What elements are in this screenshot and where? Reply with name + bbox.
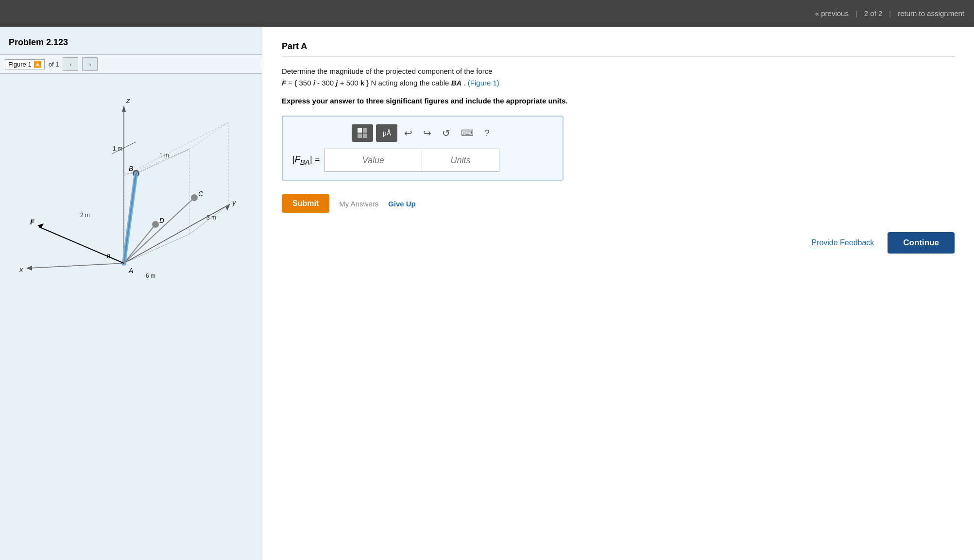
figure-next-btn[interactable]: › <box>82 57 98 71</box>
my-answers-label: My Answers <box>339 200 378 208</box>
return-to-assignment-link[interactable]: return to assignment <box>898 9 964 17</box>
fba-label: |FBA| = <box>292 154 320 166</box>
force-k: k <box>360 79 364 87</box>
svg-text:3 m: 3 m <box>206 214 216 221</box>
force-equation-line: F = { 350 i - 300 j + 500 k } N acting a… <box>282 77 955 89</box>
input-row: |FBA| = <box>292 149 553 172</box>
keyboard-btn[interactable]: ⌨ <box>457 126 478 140</box>
math-input-area: μÅ ↩ ↪ ↺ ⌨ ? |FBA| = <box>282 116 564 181</box>
help-btn[interactable]: ? <box>480 126 493 140</box>
svg-rect-45 <box>363 134 367 138</box>
problem-title: Problem 2.123 <box>0 27 262 54</box>
continue-button[interactable]: Continue <box>888 232 955 254</box>
svg-line-14 <box>189 122 228 149</box>
svg-line-27 <box>124 198 194 263</box>
svg-marker-4 <box>225 204 230 211</box>
force-n: } N acting along the cable <box>366 79 451 87</box>
undo-btn[interactable]: ↩ <box>400 125 416 141</box>
left-panel: Problem 2.123 Figure 1 🔼 of 1 ‹ › z y <box>0 27 262 560</box>
svg-text:1 m: 1 m <box>159 152 169 159</box>
diagram-svg: z y x <box>5 79 248 288</box>
svg-line-26 <box>124 173 136 263</box>
submit-button[interactable]: Submit <box>282 194 329 213</box>
right-panel: Part A Determine the magnitude of the pr… <box>262 27 974 560</box>
svg-text:F: F <box>30 218 34 226</box>
svg-text:2 m: 2 m <box>80 212 90 219</box>
force-j: j <box>336 79 338 87</box>
svg-line-16 <box>124 122 228 176</box>
submit-row: Submit My Answers Give Up <box>282 194 955 213</box>
main-layout: Problem 2.123 Figure 1 🔼 of 1 ‹ › z y <box>0 27 974 560</box>
units-input[interactable] <box>422 149 499 172</box>
figure-select[interactable]: Figure 1 🔼 <box>5 59 45 69</box>
problem-description: Determine the magnitude of the projected… <box>282 66 955 89</box>
page-indicator: 2 of 2 <box>864 9 883 17</box>
force-eq-rest: = { 350 <box>288 79 313 87</box>
svg-text:D: D <box>159 217 164 224</box>
separator-2: | <box>889 9 891 17</box>
figure-prev-btn[interactable]: ‹ <box>63 57 78 71</box>
figure-of-label: of 1 <box>49 61 59 68</box>
svg-marker-30 <box>37 223 44 228</box>
matrix-btn[interactable] <box>352 124 373 142</box>
svg-text:C: C <box>198 190 204 198</box>
svg-marker-1 <box>122 105 126 112</box>
force-eq-text: F <box>282 79 286 87</box>
redo-btn[interactable]: ↪ <box>419 125 435 141</box>
math-toolbar: μÅ ↩ ↪ ↺ ⌨ ? <box>292 124 553 142</box>
svg-text:B: B <box>129 165 133 172</box>
reset-btn[interactable]: ↺ <box>438 125 454 141</box>
svg-rect-44 <box>358 134 362 138</box>
separator-1: | <box>855 9 857 17</box>
force-plus: + 500 <box>340 79 360 87</box>
previous-link[interactable]: « previous <box>815 9 849 17</box>
svg-text:A: A <box>128 267 133 274</box>
force-i: i <box>313 79 315 87</box>
provide-feedback-link[interactable]: Provide Feedback <box>811 238 874 247</box>
figure-controls: Figure 1 🔼 of 1 ‹ › <box>0 54 262 74</box>
svg-text:θ: θ <box>107 253 110 260</box>
svg-rect-42 <box>358 128 362 133</box>
cable-ba: BA <box>451 79 462 87</box>
svg-text:6 m: 6 m <box>146 272 155 279</box>
bottom-action-row: Provide Feedback Continue <box>282 232 955 254</box>
svg-line-11 <box>29 263 124 268</box>
mu-btn[interactable]: μÅ <box>376 124 397 142</box>
svg-text:x: x <box>19 265 23 273</box>
svg-text:z: z <box>126 96 130 104</box>
svg-text:1 m: 1 m <box>113 145 122 152</box>
figure-label: Figure 1 <box>8 61 32 68</box>
description-line1: Determine the magnitude of the projected… <box>282 66 955 77</box>
svg-line-3 <box>124 205 228 263</box>
top-navigation-bar: « previous | 2 of 2 | return to assignme… <box>0 0 974 27</box>
figure1-link[interactable]: (Figure 1) <box>468 79 499 87</box>
give-up-link[interactable]: Give Up <box>388 200 416 208</box>
express-instruction: Express your answer to three significant… <box>282 97 955 105</box>
part-a-title: Part A <box>282 41 955 57</box>
value-input[interactable] <box>325 149 422 172</box>
force-minus: - 300 <box>317 79 336 87</box>
svg-line-9 <box>124 234 189 263</box>
svg-rect-43 <box>363 128 367 133</box>
figure-dropdown-icon[interactable]: 🔼 <box>34 61 41 68</box>
svg-text:y: y <box>232 198 237 206</box>
figure-area: z y x <box>0 74 262 297</box>
force-period: . <box>463 79 467 87</box>
svg-line-29 <box>39 227 124 263</box>
